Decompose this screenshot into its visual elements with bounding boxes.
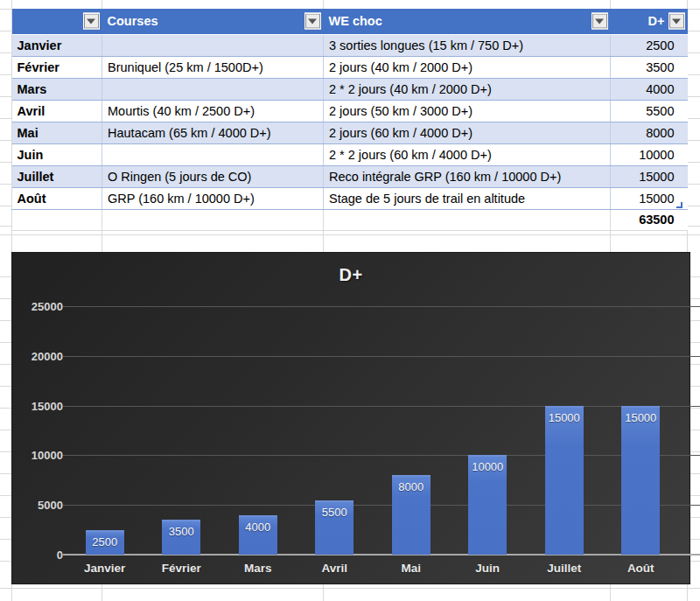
chart-gridline — [63, 505, 700, 506]
header-dplus-label: D+ — [648, 14, 665, 28]
filter-dropdown-button[interactable] — [592, 13, 608, 30]
x-axis-category-label: Mai — [373, 562, 449, 575]
cell-month[interactable]: Août — [12, 187, 102, 209]
bar-août[interactable]: 15000 — [621, 406, 660, 555]
cell-month[interactable]: Mai — [12, 122, 102, 143]
x-axis-category-label: Août — [603, 562, 679, 575]
cell-dplus[interactable]: 8000 — [611, 122, 688, 143]
x-axis-category-label: Avril — [297, 562, 373, 575]
cell-month[interactable]: Janvier — [12, 34, 102, 56]
cell-dplus[interactable]: 10000 — [611, 143, 688, 165]
cell-we-choc[interactable]: Stage de 5 jours de trail en altitude — [324, 187, 611, 209]
cell-dplus[interactable]: 2500 — [611, 34, 688, 56]
cell-month[interactable]: Février — [12, 56, 102, 78]
table-row: JuilletO Ringen (5 jours de CO)Reco inté… — [12, 165, 688, 187]
cell-dplus[interactable]: 15000 — [611, 165, 688, 187]
x-axis-category-label: Juillet — [526, 562, 602, 575]
gridline — [0, 588, 700, 589]
bar-data-label: 8000 — [392, 480, 430, 493]
cell-we-choc[interactable]: 2 * 2 jours (40 km / 2000 D+) — [324, 78, 611, 100]
cell-courses[interactable] — [102, 143, 324, 165]
cell-we-choc[interactable]: 2 jours (40 km / 2000 D+) — [324, 56, 611, 78]
cell-month[interactable]: Mars — [12, 78, 102, 100]
header-dplus[interactable]: D+ — [611, 9, 688, 34]
header-courses[interactable]: Courses — [102, 9, 324, 34]
cell-empty[interactable] — [324, 209, 611, 230]
bar-data-label: 5500 — [315, 506, 354, 519]
bar-avril[interactable]: 5500 — [315, 500, 354, 555]
bar-data-label: 15000 — [621, 411, 660, 424]
cell-courses[interactable]: O Ringen (5 jours de CO) — [102, 165, 324, 187]
y-axis-tick-label: 20000 — [15, 349, 63, 362]
cell-we-choc[interactable]: 3 sorties longues (15 km / 750 D+) — [324, 34, 611, 56]
y-axis-tick-label: 0 — [15, 549, 63, 562]
triangle-down-icon — [87, 18, 95, 24]
cell-courses[interactable]: Hautacam (65 km / 4000 D+) — [102, 122, 324, 143]
chart-title: D+ — [12, 265, 690, 285]
cell-empty[interactable] — [12, 209, 102, 230]
cell-courses[interactable] — [102, 78, 324, 100]
triangle-down-icon — [595, 18, 604, 24]
chart-gridline — [63, 455, 700, 456]
bar-data-label: 4000 — [239, 521, 277, 534]
table-resize-handle[interactable] — [676, 202, 682, 208]
triangle-down-icon — [672, 18, 681, 24]
cell-courses[interactable]: Bruniquel (25 km / 1500D+) — [102, 56, 324, 78]
dplus-bar-chart[interactable]: D+ 25000200001500010000500002500Janvier3… — [11, 252, 690, 584]
bar-juin[interactable]: 10000 — [468, 455, 507, 555]
cell-courses[interactable] — [102, 34, 324, 56]
cell-dplus[interactable]: 3500 — [611, 56, 688, 78]
bar-data-label: 10000 — [468, 460, 507, 473]
y-axis-tick-label: 25000 — [15, 300, 63, 313]
total-row: 63500 — [12, 209, 688, 230]
table-body: Janvier3 sorties longues (15 km / 750 D+… — [12, 34, 688, 209]
cell-month[interactable]: Avril — [12, 100, 102, 122]
table-row: FévrierBruniquel (25 km / 1500D+)2 jours… — [12, 56, 688, 78]
header-we-choc[interactable]: WE choc — [324, 9, 611, 34]
header-month[interactable] — [12, 9, 102, 34]
table-row: MaiHautacam (65 km / 4000 D+)2 jours (60… — [12, 122, 688, 143]
cell-courses[interactable]: Mourtis (40 km / 2500 D+) — [102, 100, 324, 122]
filter-dropdown-button[interactable] — [668, 13, 685, 30]
cell-empty[interactable] — [102, 209, 324, 230]
cell-we-choc[interactable]: 2 jours (50 km / 3000 D+) — [324, 100, 611, 122]
total-dplus-cell[interactable]: 63500 — [611, 209, 688, 230]
chart-plot-area: 25000200001500010000500002500Janvier3500… — [66, 306, 679, 555]
cell-we-choc[interactable]: Reco intégrale GRP (160 km / 10000 D+) — [324, 165, 611, 187]
cell-courses[interactable]: GRP (160 km / 10000 D+) — [102, 187, 324, 209]
gridline — [0, 234, 700, 235]
filter-dropdown-button[interactable] — [83, 13, 100, 30]
x-axis-category-label: Février — [144, 562, 220, 575]
header-we-choc-label: WE choc — [329, 14, 382, 28]
bar-juillet[interactable]: 15000 — [545, 406, 584, 555]
bar-mai[interactable]: 8000 — [392, 475, 430, 555]
bar-mars[interactable]: 4000 — [239, 515, 277, 555]
cell-dplus[interactable]: 4000 — [611, 78, 688, 100]
cell-month[interactable]: Juin — [12, 143, 102, 165]
table-row: Mars2 * 2 jours (40 km / 2000 D+)4000 — [12, 78, 688, 100]
chart-gridline — [63, 406, 700, 407]
bar-data-label: 3500 — [162, 525, 200, 538]
x-axis-category-label: Mars — [220, 562, 296, 575]
training-plan-table: Courses WE choc D+ Janvier3 sorties long… — [11, 9, 688, 231]
table-row: Juin2 * 2 jours (60 km / 4000 D+)10000 — [12, 143, 688, 165]
x-axis-category-label: Juin — [450, 562, 526, 575]
table-row: Janvier3 sorties longues (15 km / 750 D+… — [12, 34, 688, 56]
chart-gridline — [63, 554, 700, 556]
header-courses-label: Courses — [108, 14, 158, 28]
triangle-down-icon — [308, 18, 317, 24]
cell-month[interactable]: Juillet — [12, 165, 102, 187]
chart-gridline — [63, 356, 700, 357]
cell-dplus[interactable]: 5500 — [611, 100, 688, 122]
bar-data-label: 2500 — [86, 535, 124, 549]
bar-data-label: 15000 — [545, 411, 584, 424]
table-row: AoûtGRP (160 km / 10000 D+)Stage de 5 jo… — [12, 187, 688, 209]
bar-janvier[interactable]: 2500 — [86, 530, 124, 555]
filter-dropdown-button[interactable] — [304, 13, 321, 30]
cell-we-choc[interactable]: 2 jours (60 km / 4000 D+) — [324, 122, 611, 143]
table-row: AvrilMourtis (40 km / 2500 D+)2 jours (5… — [12, 100, 688, 122]
y-axis-tick-label: 10000 — [15, 449, 63, 462]
bar-février[interactable]: 3500 — [162, 520, 200, 555]
y-axis-tick-label: 5000 — [15, 499, 63, 512]
cell-we-choc[interactable]: 2 * 2 jours (60 km / 4000 D+) — [324, 143, 611, 165]
